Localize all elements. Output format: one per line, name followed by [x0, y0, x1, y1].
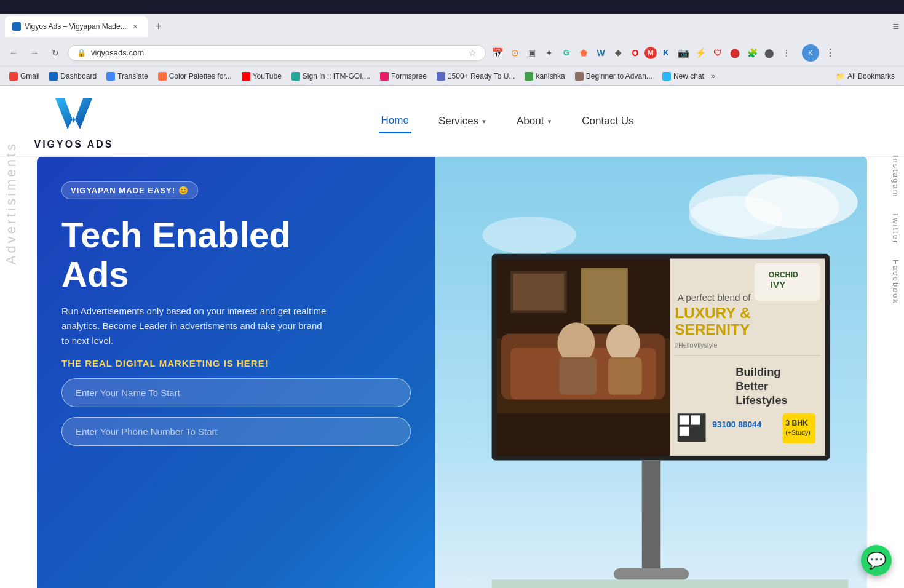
browser-top-bar	[0, 0, 904, 14]
bookmark-signin-label: Sign in :: ITM-GOI,...	[303, 72, 370, 81]
opera-gx-icon[interactable]: ⚡	[692, 45, 708, 61]
bookmark-kanishka[interactable]: kanishka	[520, 70, 569, 82]
tab-close-button[interactable]: ✕	[130, 22, 140, 31]
nav-about[interactable]: About ▼	[514, 110, 555, 132]
hero-title: Tech Enabled Ads	[61, 215, 411, 294]
tab-strip-end-button[interactable]: ≡	[892, 20, 899, 33]
bookmark-ready[interactable]: 1500+ Ready To U...	[432, 70, 520, 82]
screenshot-extension-icon[interactable]: 📷	[675, 45, 691, 61]
hero-section: VIGYAPAN MADE EASY! 😊 Tech Enabled Ads R…	[37, 157, 867, 588]
svg-text:93100 88044: 93100 88044	[712, 420, 761, 429]
aiml-extension-icon[interactable]: ✦	[541, 45, 557, 61]
svg-text:SERENITY: SERENITY	[675, 321, 750, 338]
calendar-extension-icon[interactable]: 📅	[490, 45, 506, 61]
svg-text:ORCHID: ORCHID	[769, 271, 798, 279]
name-input[interactable]	[61, 378, 411, 407]
bookmark-beginner-label: Beginner to Advan...	[586, 72, 652, 81]
bookmark-kanishka-label: kanishka	[536, 72, 565, 81]
bookmark-youtube[interactable]: YouTube	[237, 70, 286, 82]
hero-badge: VIGYAPAN MADE EASY! 😊	[61, 181, 198, 199]
bookmark-dashboard-label: Dashboard	[60, 72, 97, 81]
extensions-button[interactable]: ⋮	[779, 45, 795, 61]
svg-rect-30	[680, 415, 689, 424]
nav-contact[interactable]: Contact Us	[579, 110, 636, 132]
svg-text:A perfect blend of: A perfect blend of	[678, 292, 751, 303]
browser-tab-bar: Vigyos Ads – Vigyapan Made... ✕ + ≡	[0, 14, 904, 39]
svg-point-2	[689, 196, 783, 237]
site-navbar: VIGYOS ADS Home Services ▼ About ▼ Conta…	[0, 86, 904, 157]
translate-favicon	[106, 72, 115, 81]
svg-text:#HelloVilystyle: #HelloVilystyle	[675, 341, 717, 349]
nav-home[interactable]: Home	[379, 109, 411, 133]
bookmark-star-icon[interactable]: ☆	[469, 48, 477, 58]
browser-menu-button[interactable]: ⋮	[823, 47, 838, 58]
dashboard-favicon	[49, 72, 58, 81]
gmail-favicon	[9, 72, 18, 81]
phone-input[interactable]	[61, 417, 411, 446]
tab-favicon	[12, 22, 21, 31]
devtools-extension-icon[interactable]: ◈	[610, 45, 626, 61]
new-tab-button[interactable]: +	[150, 18, 167, 35]
bookmark-translate[interactable]: Translate	[102, 70, 153, 82]
hero-description: Run Advertisements only based on your in…	[61, 304, 332, 348]
bookmark-gmail[interactable]: Gmail	[5, 70, 44, 82]
side-social-links: Instagam Twitter Facebook	[887, 148, 904, 312]
svg-rect-15	[513, 274, 564, 311]
url-text: vigyosads.com	[91, 48, 464, 57]
lastpass-icon[interactable]: ⬤	[727, 45, 743, 61]
keeper-extension-icon[interactable]: K	[658, 45, 674, 61]
newchat-favicon	[662, 72, 671, 81]
colorpicker-extension-icon[interactable]: ⬟	[576, 45, 592, 61]
grammarly-extension-icon[interactable]: G	[558, 45, 574, 61]
side-label-advertisiments: Advertisiments	[0, 135, 31, 271]
chrome-store-icon[interactable]: 🧩	[744, 45, 760, 61]
signin-favicon	[291, 72, 300, 81]
bookmark-formspree[interactable]: Formspree	[376, 70, 431, 82]
address-bar: ← → ↻ 🔒 vigyosads.com ☆ 📅 ⊙ ▣ ✦ G ⬟ W ◈ …	[0, 39, 904, 66]
profile-avatar[interactable]: K	[802, 44, 819, 62]
bookmarks-more-button[interactable]: »	[711, 71, 715, 81]
ublockorigin-icon[interactable]: 🛡	[710, 45, 726, 61]
svg-text:Lifestyles: Lifestyles	[735, 394, 787, 407]
active-tab[interactable]: Vigyos Ads – Vigyapan Made... ✕	[5, 16, 148, 37]
bookmark-formspree-label: Formspree	[391, 72, 427, 81]
svg-rect-39	[492, 579, 849, 588]
nav-services[interactable]: Services ▼	[436, 110, 490, 132]
bookmark-gmail-label: Gmail	[20, 72, 39, 81]
hero-left-panel: VIGYAPAN MADE EASY! 😊 Tech Enabled Ads R…	[37, 157, 435, 588]
mcafee-extension-icon[interactable]: M	[644, 47, 657, 59]
history-extension-icon[interactable]: ⊙	[507, 45, 523, 61]
back-button[interactable]: ←	[5, 44, 22, 62]
bookmark-signin[interactable]: Sign in :: ITM-GOI,...	[287, 70, 375, 82]
facebook-social-link[interactable]: Facebook	[887, 252, 904, 312]
bookmark-youtube-label: YouTube	[253, 72, 282, 81]
bookmark-dashboard[interactable]: Dashboard	[45, 70, 101, 82]
about-dropdown-arrow: ▼	[546, 118, 552, 125]
reload-button[interactable]: ↻	[47, 44, 64, 62]
svg-rect-16	[581, 268, 628, 325]
twitter-social-link[interactable]: Twitter	[887, 205, 904, 252]
all-bookmarks-button[interactable]: 📁 All Bookmarks	[831, 70, 899, 82]
ready-favicon	[437, 72, 445, 81]
pokeball-icon[interactable]: ⬤	[761, 45, 777, 61]
instagram-social-link[interactable]: Instagam	[887, 148, 904, 205]
bookmark-newchat[interactable]: New chat	[658, 70, 708, 82]
formspree-favicon	[380, 72, 389, 81]
bookmark-ready-label: 1500+ Ready To U...	[448, 72, 515, 81]
forward-button[interactable]: →	[26, 44, 43, 62]
wordpress-extension-icon[interactable]: W	[593, 45, 609, 61]
bookmark-newchat-label: New chat	[673, 72, 704, 81]
nav-links: Home Services ▼ About ▼ Contact Us	[135, 109, 879, 133]
svg-rect-13	[608, 357, 642, 395]
reading-list-icon[interactable]: ▣	[524, 45, 540, 61]
kanishka-favicon	[525, 72, 533, 81]
all-bookmarks-label: All Bookmarks	[847, 72, 895, 81]
svg-rect-38	[614, 568, 689, 579]
bookmark-beginner[interactable]: Beginner to Advan...	[571, 70, 657, 82]
opera-extension-icon[interactable]: O	[627, 45, 643, 61]
bookmark-palettes[interactable]: Color Palettes for...	[154, 70, 236, 82]
svg-rect-31	[680, 427, 689, 436]
address-input[interactable]: 🔒 vigyosads.com ☆	[68, 45, 486, 61]
services-dropdown-arrow: ▼	[481, 118, 487, 125]
whatsapp-button[interactable]: 💬	[861, 545, 892, 576]
